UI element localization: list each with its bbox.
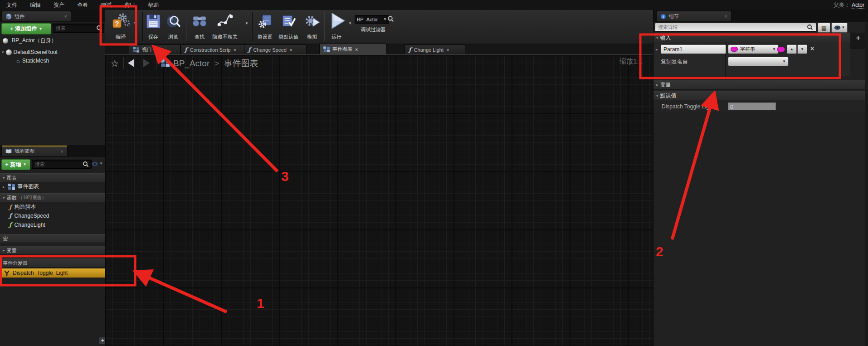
breadcrumb-separator: > [214, 58, 219, 68]
event-graph-canvas[interactable]: ☆ BP_Actor > 事件图表 缩放1:1 [105, 54, 653, 346]
expander-icon[interactable]: ▾ [2, 50, 4, 54]
menu-file[interactable]: 文件 [0, 0, 24, 10]
function-changelight-label: ChangeLight [15, 222, 45, 228]
scene-root-row[interactable]: ▾ DefaultSceneRoot [2, 49, 58, 55]
simulate-button[interactable] [304, 13, 320, 32]
tab-viewport[interactable]: 视口 × [129, 44, 180, 54]
close-icon[interactable]: × [155, 47, 157, 53]
add-component-button[interactable]: + 添加组件 ▼ [1, 23, 51, 34]
tab-components[interactable]: 组件 × [1, 11, 71, 21]
zoom-level-label: 缩放1:1 [619, 57, 651, 66]
expander-icon[interactable]: ▸ [656, 83, 658, 87]
visibility-filter-button[interactable]: ▼ [91, 160, 104, 168]
expander-icon[interactable]: ▸ [3, 185, 5, 189]
close-icon[interactable]: × [446, 47, 449, 53]
debug-object-dropdown[interactable]: BP_Actor ▼ [355, 15, 389, 24]
chevron-down-icon[interactable]: ▼ [245, 22, 249, 25]
component-root-row[interactable]: BP_Actor（自身） [3, 37, 57, 44]
breadcrumb-root[interactable]: BP_Actor [173, 58, 210, 68]
move-down-button[interactable]: ▼ [797, 44, 807, 54]
scene-root-icon [6, 49, 12, 55]
tab-details[interactable]: i 细节 × [656, 11, 731, 21]
menu-help[interactable]: 帮助 [141, 0, 165, 10]
expander-icon[interactable]: ▾ [3, 195, 5, 200]
eye-icon [91, 161, 98, 166]
menu-view[interactable]: 查看 [71, 0, 94, 10]
ue4-blueprint-editor: 文件 编辑 资产 查看 调试 窗口 帮助 父类： Actor 组件 × + 添加… [0, 0, 868, 346]
viewport-icon [133, 47, 139, 53]
default-value-field[interactable]: () [728, 102, 776, 110]
compile-gear-icon: ? [110, 12, 131, 32]
details-view-options-button[interactable]: ▼ [831, 23, 848, 33]
expander-icon[interactable]: ▾ [3, 175, 5, 180]
param-expander-icon[interactable]: ▸ [656, 47, 658, 52]
copy-signature-dropdown[interactable]: ▼ [728, 57, 789, 66]
details-search-input[interactable] [655, 23, 816, 32]
add-input-button[interactable]: + [856, 34, 861, 43]
macros-header[interactable]: 宏 + [0, 234, 108, 243]
new-button[interactable]: + 新增 ▼ [1, 159, 30, 170]
construction-script-item[interactable]: ƒ 构造脚本 [9, 203, 36, 211]
play-button[interactable] [328, 12, 346, 33]
inputs-section-header[interactable]: ▾ 输入 [653, 33, 868, 43]
close-icon[interactable]: × [61, 149, 63, 154]
event-graph-item[interactable]: ▸ 事件图表 [3, 183, 39, 190]
favorite-star-icon[interactable]: ☆ [111, 58, 119, 69]
dispatcher-item-selected[interactable]: Dispatch_Toggle_Light [1, 268, 107, 278]
move-up-button[interactable]: ▲ [787, 44, 797, 54]
variable-section-header[interactable]: ▸ 变量 [653, 80, 868, 90]
search-icon [96, 25, 102, 31]
param-type-dropdown[interactable]: 字符串 ▼ [728, 44, 779, 54]
default-value-text: () [730, 104, 733, 109]
close-icon[interactable]: × [64, 14, 67, 19]
close-icon[interactable]: × [289, 47, 292, 53]
nav-forward-icon[interactable] [143, 59, 150, 67]
binoculars-icon [191, 13, 208, 30]
chevron-down-icon[interactable]: ▼ [348, 22, 352, 25]
breadcrumb-current[interactable]: 事件图表 [224, 58, 258, 69]
find-button[interactable] [191, 13, 208, 32]
plus-icon: + [10, 26, 14, 32]
blueprint-icon [161, 59, 170, 67]
expander-icon[interactable]: ▾ [656, 93, 658, 98]
graphs-header[interactable]: ▾ 图表 + [0, 173, 108, 182]
class-settings-button[interactable] [257, 13, 273, 32]
component-icon [5, 13, 12, 20]
functions-header[interactable]: ▾ 函数 （19可覆盖） + [0, 193, 108, 202]
close-icon[interactable]: × [355, 47, 358, 52]
details-scrollbar[interactable] [865, 22, 868, 346]
tab-construction-script[interactable]: ƒ Construction Scrip × [180, 44, 245, 54]
expander-icon[interactable]: ▸ [3, 248, 5, 253]
chevron-down-icon[interactable]: ▼ [133, 22, 137, 25]
compile-button[interactable]: ? [110, 12, 131, 32]
dispatchers-header[interactable]: 事件分发器 + [0, 258, 108, 268]
static-mesh-row[interactable]: ⌂ StaticMesh [16, 58, 49, 64]
remove-param-icon[interactable]: × [810, 45, 814, 52]
menu-window[interactable]: 窗口 [118, 0, 141, 10]
function-item-changespeed[interactable]: ƒ ChangeSpeed [9, 212, 49, 219]
tab-change-light[interactable]: ƒ Change Light × [405, 44, 465, 54]
close-icon[interactable]: × [725, 14, 727, 19]
menu-asset[interactable]: 资产 [47, 0, 71, 10]
class-defaults-button[interactable] [280, 13, 297, 32]
menu-debug[interactable]: 调试 [94, 0, 118, 10]
defaults-section-header[interactable]: ▾ 默认值 [653, 91, 868, 101]
variables-header[interactable]: ▸ 变量 + [0, 246, 108, 255]
parent-class-link[interactable]: Actor [852, 2, 864, 9]
save-button[interactable] [145, 13, 161, 32]
tab-change-speed[interactable]: ƒ Change Speed × [244, 44, 307, 54]
class-defaults-icon [280, 13, 297, 30]
tab-my-blueprint[interactable]: 我的蓝图 × [1, 146, 68, 156]
search-icon [83, 161, 89, 167]
search-icon[interactable] [387, 15, 394, 22]
param-name-field[interactable] [661, 44, 726, 54]
menu-edit[interactable]: 编辑 [24, 0, 47, 10]
close-icon[interactable]: × [233, 47, 236, 53]
nav-back-icon[interactable] [128, 59, 134, 67]
expander-icon[interactable]: ▾ [656, 35, 658, 40]
hide-unrelated-button[interactable] [217, 13, 233, 32]
tab-event-graph[interactable]: 事件图表 × [319, 44, 386, 54]
browse-button[interactable] [165, 13, 181, 32]
function-item-changelight[interactable]: ƒ ChangeLight [9, 221, 45, 228]
property-matrix-button[interactable]: ▦ [818, 23, 830, 33]
